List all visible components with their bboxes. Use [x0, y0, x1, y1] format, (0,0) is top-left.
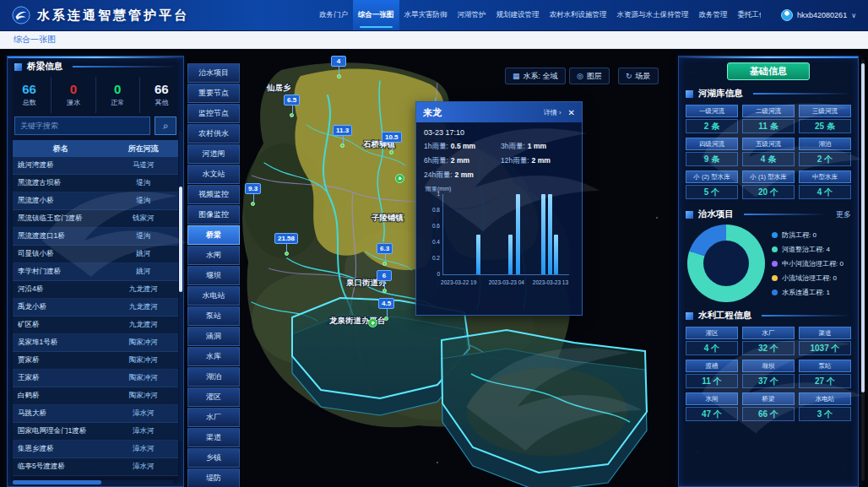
- chart-bar: [508, 235, 513, 275]
- bridge-panel-title: 桥梁信息: [27, 61, 62, 73]
- layer-item-pump-station[interactable]: 泵站: [187, 306, 240, 326]
- search-button[interactable]: ⌕: [155, 116, 176, 135]
- layer-item-bridges[interactable]: 桥梁: [187, 225, 240, 245]
- table-row[interactable]: 临亭5号渡渡桥漳水河: [13, 458, 178, 476]
- right-panel-scrollbar[interactable]: [861, 59, 865, 481]
- table-vertical-scrollbar[interactable]: [179, 131, 182, 441]
- map-marker-badge[interactable]: 21.58: [274, 233, 298, 244]
- layer-item-video-monitor[interactable]: 视频监控: [187, 185, 240, 204]
- nav-item-water-resources[interactable]: 水资源与水土保持管理: [612, 0, 694, 30]
- chart-plot-area: 0 0.2 0.4 0.6 0.8 1 2023-03-22 19 2023-0…: [442, 194, 569, 275]
- breadcrumb[interactable]: 综合一张图: [14, 34, 56, 46]
- bridge-stats: 66 总数 0 漫水 0 正常 66 其他: [8, 77, 183, 113]
- table-row[interactable]: 矿区桥九龙渡河: [13, 317, 178, 334]
- layer-item-rural-supply[interactable]: 农村供水: [187, 124, 240, 143]
- layer-item-key-nodes[interactable]: 重要节点: [187, 84, 240, 103]
- layer-item-channel[interactable]: 渠道: [187, 428, 240, 447]
- layer-item-culvert[interactable]: 涵洞: [187, 327, 240, 346]
- nav-item-gov-admin[interactable]: 政务管理: [694, 0, 733, 30]
- info-card: 三级河流25 条: [799, 105, 851, 133]
- layer-item-reservoir[interactable]: 水库: [187, 347, 240, 366]
- close-icon[interactable]: ✕: [568, 108, 575, 117]
- table-row[interactable]: 李学村门渡桥姚河: [13, 263, 178, 281]
- section-bullet-icon: [14, 63, 22, 71]
- legend-item: 水系连通工程: 1: [772, 288, 844, 297]
- stat-value: 0: [96, 82, 139, 96]
- layer-item-image-monitor[interactable]: 图像监控: [187, 205, 240, 225]
- nav-item-one-map[interactable]: 综合一张图: [353, 0, 399, 30]
- nav-item-rural-water[interactable]: 农村水利设施管理: [545, 0, 612, 30]
- search-input[interactable]: [14, 116, 150, 135]
- layer-item-sluice[interactable]: 水闸: [187, 246, 240, 265]
- table-row[interactable]: 黑流镇临王窑门渡桥钱家河: [13, 210, 178, 228]
- basic-info-button[interactable]: 基础信息: [727, 62, 810, 80]
- layer-item-weir[interactable]: 堰坝: [187, 266, 240, 285]
- map-marker-badge[interactable]: 4.5: [378, 298, 394, 309]
- map-marker-badge[interactable]: 9.3: [245, 183, 261, 194]
- table-row[interactable]: 国家电网理金门1渡桥漳水河: [13, 423, 178, 441]
- table-body: 姚河湾渡桥马道河 黑流渡古坝桥堤沟 黑流渡小桥堤沟 黑流镇临王窑门渡桥钱家河 黑…: [13, 157, 178, 476]
- map-control-watersystem[interactable]: ▦ 水系: 全域: [505, 68, 566, 84]
- table-row[interactable]: 司显镇小桥姚河: [13, 246, 178, 263]
- app-logo-icon: [12, 6, 30, 24]
- marker-value: 9.3: [248, 185, 258, 192]
- nav-item-river-lake[interactable]: 河湖管护: [453, 0, 491, 30]
- nav-item-flood-defense[interactable]: 水旱灾害防御: [399, 0, 453, 30]
- table-horizontal-scrollbar[interactable]: [13, 480, 173, 484]
- map-control-label: 场景: [636, 71, 651, 82]
- layer-item-hydro-station[interactable]: 水文站: [187, 165, 240, 184]
- table-row[interactable]: 集恩乡渡桥漳水河: [13, 441, 178, 458]
- info-card: 桥梁66 个: [742, 392, 795, 421]
- scrollbar-thumb[interactable]: [179, 187, 182, 292]
- map-marker-badge[interactable]: 6: [377, 270, 392, 281]
- info-card: 渡槽11 个: [686, 360, 738, 388]
- table-row[interactable]: 贾家桥陶家冲河: [13, 352, 178, 370]
- more-link[interactable]: 更多: [836, 209, 851, 220]
- project-donut-row: 防洪工程: 0 河道整治工程: 4 中小河流治理工程: 0 小流域治理工程: 0…: [687, 225, 853, 302]
- table-row[interactable]: 白鹤桥陶家冲河: [13, 387, 178, 405]
- layer-item-monitor-nodes[interactable]: 监控节点: [187, 104, 240, 123]
- table-row[interactable]: 马跳大桥漳水河: [13, 405, 178, 423]
- table-row[interactable]: 黑流渡小桥堤沟: [13, 192, 178, 210]
- scrollbar-thumb[interactable]: [861, 63, 865, 392]
- table-row[interactable]: 黑流渡古坝桥堤沟: [13, 175, 178, 192]
- info-card: 湖泊2 个: [799, 138, 851, 166]
- legend-item: 防洪工程: 0: [772, 230, 844, 240]
- nav-item-entrusted-work[interactable]: 委托工作管理: [733, 0, 762, 30]
- map-marker-badge[interactable]: 6.3: [377, 243, 393, 254]
- layer-item-waterworks[interactable]: 水厂: [187, 408, 240, 427]
- nav-item-portal[interactable]: 政务门户: [314, 0, 353, 30]
- table-row[interactable]: 王家桥陶家冲河: [13, 370, 178, 387]
- table-row[interactable]: 黑流渡渡口1桥堤沟: [13, 228, 178, 246]
- map-control-scene[interactable]: ↻ 场景: [618, 68, 659, 84]
- chart-bar: [554, 235, 558, 275]
- layer-item-river-gate[interactable]: 河道闸: [187, 144, 240, 164]
- map-marker-badge[interactable]: 11.3: [333, 125, 352, 136]
- table-row[interactable]: 姚河湾渡桥马道河: [13, 157, 178, 175]
- user-menu[interactable]: hkxb42080261 ∨: [769, 9, 868, 21]
- map-marker-badge[interactable]: 4: [331, 56, 346, 67]
- scrollbar-thumb[interactable]: [13, 480, 101, 484]
- info-card: 中型水库4 个: [799, 170, 851, 199]
- popup-timestamp: 03-23 17:10: [424, 128, 574, 137]
- logo-wrap: 水系连通智慧管护平台: [0, 6, 314, 24]
- layer-item-projects[interactable]: 治水项目: [187, 63, 240, 83]
- map-marker-badge[interactable]: 10.5: [382, 132, 402, 143]
- info-card: 水电站3 个: [799, 392, 851, 421]
- layer-item-dike[interactable]: 堤防: [187, 468, 240, 487]
- layer-item-lake[interactable]: 湖泊: [187, 367, 240, 387]
- map-marker-badge[interactable]: 6.5: [284, 95, 300, 106]
- popup-details-link[interactable]: 详情 ›: [544, 108, 561, 117]
- layer-item-irrigation[interactable]: 灌区: [187, 387, 240, 407]
- table-row[interactable]: 吴家埠1号桥陶家冲河: [13, 334, 178, 352]
- map-control-layers[interactable]: ◎ 图层: [569, 68, 610, 84]
- station-icon[interactable]: [368, 318, 377, 327]
- table-row[interactable]: 禹龙小桥九龙渡河: [13, 299, 178, 317]
- info-card: 小 (1) 型水库20 个: [742, 170, 795, 199]
- bridge-info-panel: 桥梁信息 66 总数 0 漫水 0 正常 66 其他 ⌕: [7, 56, 184, 487]
- layer-item-hydropower[interactable]: 水电站: [187, 286, 240, 306]
- nav-item-planning[interactable]: 规划建设管理: [491, 0, 545, 30]
- layer-item-township[interactable]: 乡镇: [187, 448, 240, 468]
- table-row[interactable]: 河沿4桥九龙渡河: [13, 281, 178, 299]
- station-icon[interactable]: [395, 174, 404, 183]
